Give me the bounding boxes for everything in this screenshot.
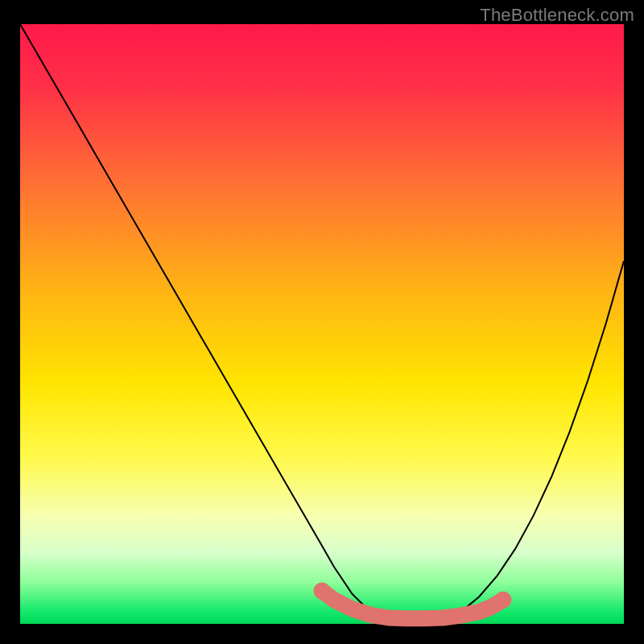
plot-background	[20, 24, 624, 624]
chart-stage: TheBottleneck.com	[0, 0, 644, 644]
attribution-label: TheBottleneck.com	[480, 5, 634, 26]
bottleneck-chart	[0, 0, 644, 644]
optimal-zone-endpoint	[314, 583, 331, 600]
optimal-zone-endpoint	[495, 592, 512, 609]
